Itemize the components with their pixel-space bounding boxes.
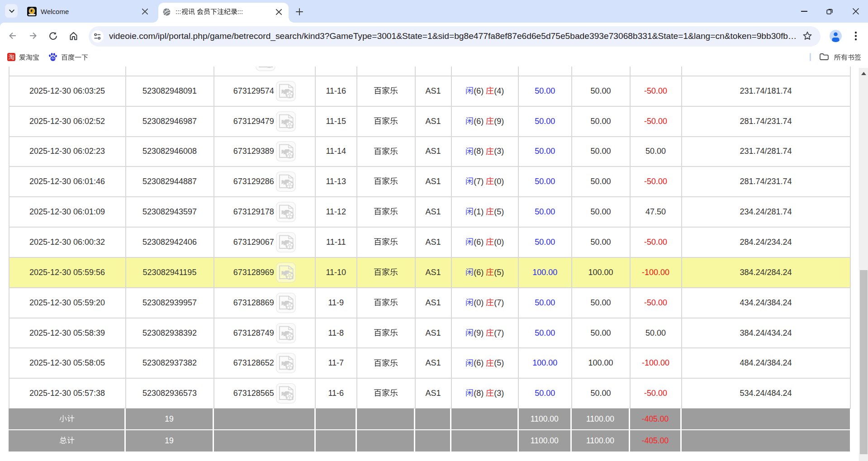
svg-text:du: du [51, 57, 55, 60]
